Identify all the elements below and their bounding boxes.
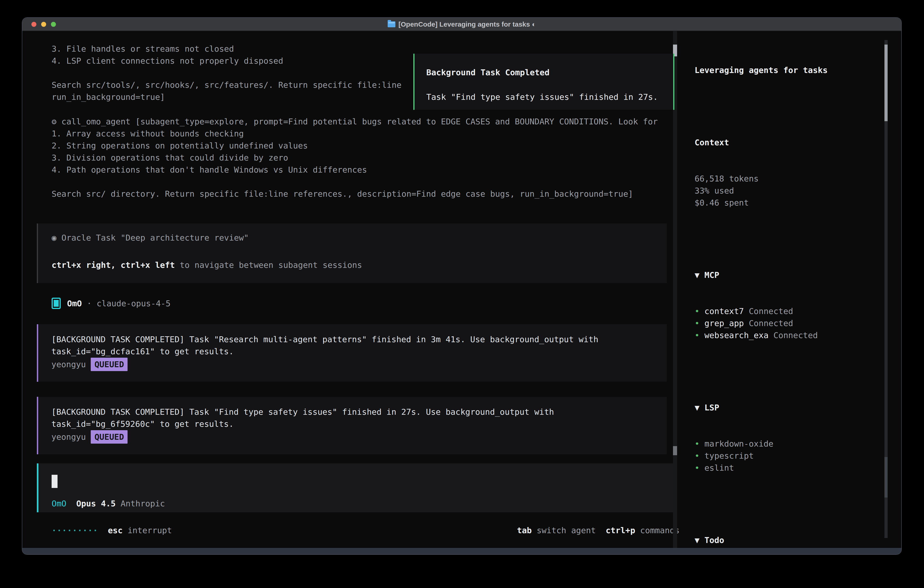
minimize-button[interactable]: [41, 22, 46, 27]
folder-icon: [388, 21, 395, 27]
window-title: [OpenCode] Leveraging agents for tasks ◐: [388, 20, 536, 28]
oracle-nav-hint: ctrl+x right, ctrl+x left to navigate be…: [52, 259, 362, 271]
opencode-window: [OpenCode] Leveraging agents for tasks ◐…: [22, 17, 902, 555]
transcript-top-text: 3. File handles or streams not closed4. …: [52, 43, 401, 103]
task-card-text: [BACKGROUND TASK COMPLETED] Task "Find t…: [51, 406, 554, 430]
status-bar: ········· esc interrupt tab switch agent…: [52, 524, 680, 537]
toast-body: Task "Find type safety issues" finished …: [426, 91, 658, 103]
task-card-footer: yeongyu QUEUED: [51, 431, 127, 443]
status-right: tab switch agent ctrl+p commands: [517, 524, 680, 537]
agent-icon: [52, 297, 61, 309]
zoom-button[interactable]: [51, 22, 56, 27]
main-scrollbar-thumb-bottom[interactable]: [673, 446, 677, 455]
session-title: Leveraging agents for tasks: [695, 64, 886, 76]
window-footer-strip: [22, 548, 901, 554]
window-controls: [31, 18, 56, 31]
background-task-toast: Background Task Completed Task "Find typ…: [413, 54, 674, 110]
task-card-footer: yeongyu QUEUED: [51, 358, 127, 370]
text-cursor: [52, 475, 58, 488]
task-card-research-patterns: [BACKGROUND TASK COMPLETED] Task "Resear…: [37, 324, 667, 382]
call-omo-agent-text: ⚙ call_omo_agent [subagent_type=explore,…: [52, 116, 658, 200]
toast-title: Background Task Completed: [426, 66, 549, 78]
status-left: ········· esc interrupt: [52, 524, 172, 537]
close-button[interactable]: [31, 22, 36, 27]
titlebar: [OpenCode] Leveraging agents for tasks ◐: [22, 18, 901, 31]
task-card-text: [BACKGROUND TASK COMPLETED] Task "Resear…: [51, 333, 599, 357]
lsp-section-header[interactable]: ▼ LSP: [695, 401, 886, 414]
context-header: Context: [695, 136, 886, 149]
agent-header: OmO · claude-opus-4-5: [52, 297, 170, 310]
task-card-type-safety: [BACKGROUND TASK COMPLETED] Task "Find t…: [37, 397, 667, 454]
sidebar-scrollbar-thumb[interactable]: [884, 45, 888, 121]
mcp-list: • context7 Connected• grep_app Connected…: [695, 305, 886, 341]
lsp-list: • markdown-oxide• typescript• eslint: [695, 438, 886, 474]
prompt-input[interactable]: OmO Opus 4.5 Anthropic: [37, 463, 673, 512]
sidebar: Leveraging agents for tasks Context 66,5…: [695, 40, 886, 555]
todo-section-header[interactable]: ▼ Todo: [695, 534, 886, 546]
sidebar-scrollbar-segment[interactable]: [884, 457, 888, 497]
mcp-section-header[interactable]: ▼ MCP: [695, 269, 886, 281]
window-title-text: [OpenCode] Leveraging agents for tasks ◐: [399, 20, 536, 28]
oracle-task-card: ◉ Oracle Task "Deep architecture review"…: [37, 223, 667, 283]
model-indicator: OmO Opus 4.5 Anthropic: [52, 497, 165, 510]
oracle-task-title: ◉ Oracle Task "Deep architecture review": [52, 232, 249, 244]
context-stats: 66,518 tokens33% used$0.46 spent: [695, 173, 886, 209]
agent-name-model: OmO · claude-opus-4-5: [67, 297, 170, 309]
sidebar-scrollbar[interactable]: [884, 40, 888, 538]
